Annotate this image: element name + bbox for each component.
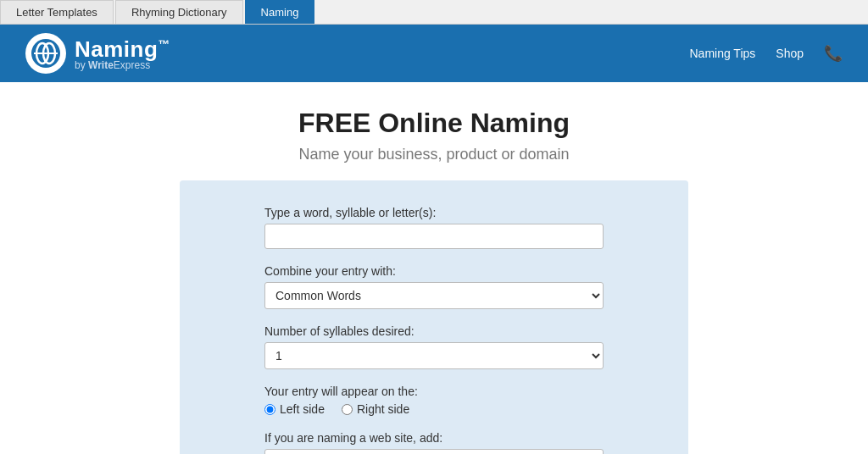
word-input[interactable] xyxy=(264,224,604,249)
combine-label: Combine your entry with: xyxy=(264,264,604,278)
main-content: FREE Online Naming Name your business, p… xyxy=(0,82,868,454)
syllables-label: Number of syllables desired: xyxy=(264,324,604,338)
position-label: Your entry will appear on the: xyxy=(264,385,604,398)
logo-icon xyxy=(25,33,66,74)
website-group: If you are naming a web site, add: none … xyxy=(264,431,604,454)
nav-links: Naming Tips Shop 📞 xyxy=(689,44,843,63)
website-select[interactable]: none .com .net .org .biz .info xyxy=(264,449,604,454)
nav-naming-tips[interactable]: Naming Tips xyxy=(689,47,755,60)
position-group: Your entry will appear on the: Left side… xyxy=(264,385,604,416)
combine-select[interactable]: Common Words Prefixes Suffixes Rhyming W… xyxy=(264,282,604,309)
radio-left-text: Left side xyxy=(280,402,325,416)
logo-text-area: Naming™ by WriteExpress xyxy=(75,36,170,71)
form-area: Type a word, syllable or letter(s): Comb… xyxy=(180,180,688,454)
nav-shop[interactable]: Shop xyxy=(776,47,804,60)
word-label: Type a word, syllable or letter(s): xyxy=(264,206,604,219)
website-label: If you are naming a web site, add: xyxy=(264,431,604,445)
logo-area: Naming™ by WriteExpress xyxy=(25,33,170,74)
radio-right-text: Right side xyxy=(357,402,409,416)
tab-bar: Letter Templates Rhyming Dictionary Nami… xyxy=(0,0,868,25)
radio-left-label[interactable]: Left side xyxy=(264,402,325,416)
tab-naming[interactable]: Naming xyxy=(245,0,315,24)
page-title: FREE Online Naming xyxy=(17,108,851,139)
page-subtitle: Name your business, product or domain xyxy=(17,146,851,163)
radio-right-label[interactable]: Right side xyxy=(342,402,409,416)
radio-right[interactable] xyxy=(342,404,353,415)
word-group: Type a word, syllable or letter(s): xyxy=(264,206,604,249)
phone-icon[interactable]: 📞 xyxy=(824,44,843,63)
radio-left[interactable] xyxy=(264,404,275,415)
syllables-select[interactable]: 1 2 3 4 5 xyxy=(264,342,604,369)
combine-group: Combine your entry with: Common Words Pr… xyxy=(264,264,604,309)
tab-rhyming-dictionary[interactable]: Rhyming Dictionary xyxy=(115,0,243,24)
tab-letter-templates[interactable]: Letter Templates xyxy=(0,0,114,24)
nav-header: Naming™ by WriteExpress Naming Tips Shop… xyxy=(0,25,868,82)
radio-group: Left side Right side xyxy=(264,402,604,416)
syllables-group: Number of syllables desired: 1 2 3 4 5 xyxy=(264,324,604,369)
